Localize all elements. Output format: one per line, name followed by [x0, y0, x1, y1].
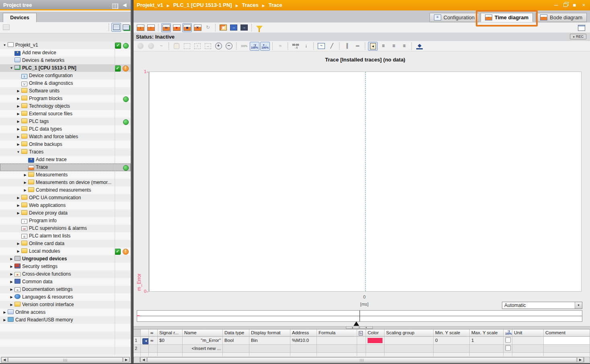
scroll-right-icon[interactable]: ▶ [123, 357, 130, 362]
tree-item-measurements[interactable]: ▶Measurements [0, 171, 131, 179]
trace-overview-strip[interactable] [137, 310, 582, 322]
breadcrumb-segment-plc-1-cpu-1513-1-pn[interactable]: PLC_1 [CPU 1513-1 PN] [173, 2, 232, 8]
expander-open-icon[interactable]: ▼ [9, 64, 14, 72]
expander-closed-icon[interactable]: ▶ [16, 87, 21, 95]
expander-closed-icon[interactable]: ▶ [9, 301, 14, 309]
panel-divider[interactable] [131, 0, 134, 364]
cell-min-y-scale[interactable]: 0 [434, 337, 470, 345]
cell-color[interactable] [366, 337, 384, 345]
tree-item-device-configuration[interactable]: ‖Device configuration [0, 72, 131, 80]
expander-open-icon[interactable]: ▼ [2, 41, 7, 49]
breadcrumb-segment-projekt-v1[interactable]: Projekt_v1 [137, 2, 163, 8]
tree-item-online-card-data[interactable]: ▶Online card data [0, 240, 131, 247]
expander-closed-icon[interactable]: ▶ [23, 171, 28, 179]
scale-y-checkbox[interactable] [505, 345, 511, 351]
expander-closed-icon[interactable]: ▶ [9, 263, 14, 270]
expander-closed-icon[interactable]: ▶ [16, 240, 21, 247]
expander-closed-icon[interactable]: ▶ [23, 186, 28, 194]
scale-y-checkbox[interactable] [505, 337, 511, 343]
tree-item-documentation-settings[interactable]: ▶≡Documentation settings [0, 286, 131, 293]
activate-recording-button[interactable]: ● [172, 23, 181, 32]
zoom-horizontal-button[interactable]: ↔ [203, 42, 213, 51]
expander-closed-icon[interactable]: ▶ [16, 125, 21, 133]
scrollbar-thumb[interactable]: |||| [147, 357, 577, 362]
tree-item-local-modules[interactable]: ▶Local modules✓! [0, 247, 131, 255]
expander-closed-icon[interactable]: ▶ [16, 102, 21, 110]
export-trace-button[interactable]: ↑ [146, 23, 156, 32]
cell-scaling-group[interactable] [384, 337, 434, 345]
expander-closed-icon[interactable]: ▶ [16, 247, 21, 255]
tree-item-version-control-interface[interactable]: ▶Version control interface [0, 301, 131, 309]
cell-icon-14[interactable] [504, 345, 512, 353]
maximize-icon[interactable]: ■ [570, 0, 579, 10]
tree-item-online-diagnostics[interactable]: VOnline & diagnostics [0, 80, 131, 87]
scroll-left-icon[interactable]: ◀ [1, 357, 8, 362]
trace-plot-area[interactable] [149, 72, 582, 292]
tree-item-software-units[interactable]: ▶Software units [0, 87, 131, 95]
zoom-100-button[interactable]: 100% [239, 42, 249, 51]
show-sample-points-button[interactable]: ~ [317, 42, 326, 51]
expander-closed-icon[interactable]: ▶ [16, 133, 21, 141]
scroll-left-icon[interactable]: ◀ [140, 357, 147, 362]
signal-table-hscrollbar[interactable]: ◀ |||| ▶ [140, 357, 584, 363]
scale-y-to-100-button[interactable]: ↑y 100% [250, 42, 259, 51]
add-device-toolbar-icon[interactable] [3, 25, 10, 31]
expander-closed-icon[interactable]: ▶ [9, 278, 14, 286]
align-time-axis-button[interactable]: 00:00 →t [291, 42, 300, 51]
tree-item-program-info[interactable]: iProgram info [0, 217, 131, 225]
expander-closed-icon[interactable]: ▶ [16, 118, 21, 125]
expander-open-icon[interactable]: ▼ [16, 148, 21, 156]
tree-item-online-backups[interactable]: ▶Online backups [0, 141, 131, 148]
tree-item-plc-supervisions-alarms[interactable]: ✉PLC supervisions & alarms [0, 225, 131, 232]
breadcrumb-segment-traces[interactable]: Traces [242, 2, 259, 8]
collapse-panel-icon[interactable]: ◀ [121, 2, 128, 8]
scroll-right-icon[interactable]: ▶ [577, 357, 584, 362]
copy-trace-to-measurements-button[interactable]: ▣ [218, 23, 228, 32]
tree-item-languages-resources[interactable]: ▶Languages & resources [0, 293, 131, 301]
zoom-in-button[interactable]: + [214, 42, 223, 51]
tab-devices[interactable]: Devices [3, 13, 37, 22]
details-view-icon[interactable] [111, 23, 121, 32]
filter-button[interactable] [255, 23, 264, 32]
expander-closed-icon[interactable]: ▶ [2, 316, 7, 324]
vertical-measure-cursors-button[interactable]: ║ [342, 42, 352, 51]
tree-item-measurements-on-device-memor[interactable]: ▶Measurements on device (memor... [0, 179, 131, 186]
legend-list-button[interactable]: ≡ [378, 42, 388, 51]
dropdown-arrow-icon[interactable]: ▼ [575, 302, 582, 309]
overview-cursor-handle[interactable] [354, 321, 359, 326]
cell-formula[interactable] [317, 337, 357, 345]
tree-item-card-reader-usb-memory[interactable]: ▶Card Reader/USB memory [0, 316, 131, 324]
close-icon[interactable]: × [579, 0, 588, 10]
view-back-button[interactable]: ← [136, 42, 145, 51]
zoom-selection-button[interactable] [182, 42, 192, 51]
rec-button[interactable]: ●REC [570, 34, 586, 39]
cell-name[interactable]: "m_Error" [183, 337, 223, 345]
stop-recording-button[interactable]: ■ [182, 23, 192, 32]
expander-closed-icon[interactable]: ▶ [9, 293, 14, 301]
restore-icon[interactable] [561, 0, 570, 10]
cell-name[interactable]: <Insert new ... [183, 345, 223, 353]
zoom-vertical-button[interactable]: ↕ [193, 42, 202, 51]
cell-address[interactable]: %M10.0 [290, 337, 317, 345]
scrollbar-thumb[interactable]: |||| [8, 357, 123, 362]
refresh-state-button[interactable]: ↻ [203, 23, 213, 32]
chart-background-color-button[interactable]: ◆ [415, 42, 424, 51]
expander-closed-icon[interactable]: ▶ [2, 309, 7, 316]
signal-color-swatch[interactable] [368, 338, 382, 343]
cell-data-type[interactable]: Bool [223, 337, 249, 345]
split-editor-icon[interactable] [577, 23, 586, 32]
project-tree-hscrollbar[interactable]: ◀ |||| ▶ [1, 357, 130, 363]
breadcrumb-segment-trace[interactable]: Trace [269, 2, 282, 8]
cell-unit[interactable] [512, 337, 544, 345]
tree-item-add-new-trace[interactable]: *Add new trace [0, 156, 131, 164]
expander-closed-icon[interactable]: ▶ [23, 179, 28, 186]
tree-item-security-settings[interactable]: ▶Security settings [0, 263, 131, 270]
tree-item-plc-alarm-text-lists[interactable]: ≡PLC alarm text lists [0, 232, 131, 240]
import-measurement-button[interactable]: → [239, 23, 249, 32]
tree-item-web-applications[interactable]: ▶Web applications [0, 202, 131, 209]
tree-item-common-data[interactable]: ▶Common data [0, 278, 131, 286]
tree-item-opc-ua-communication[interactable]: ▶OPC UA communication [0, 194, 131, 202]
export-measurement-button[interactable]: → [229, 23, 238, 32]
create-snapshot-button[interactable]: ~ [156, 42, 166, 51]
tree-item-plc-data-types[interactable]: ▶PLC data types [0, 125, 131, 133]
